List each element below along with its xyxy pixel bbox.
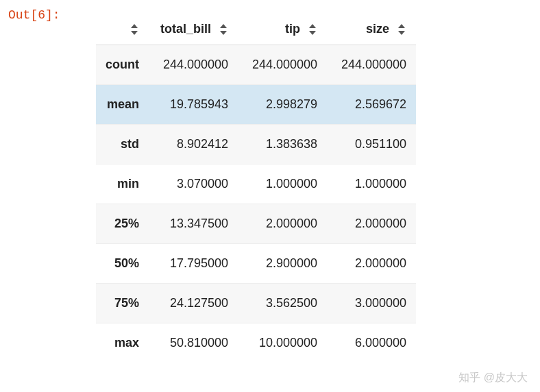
row-label: min <box>96 164 149 204</box>
row-label: 75% <box>96 284 149 323</box>
cell: 10.000000 <box>238 323 327 363</box>
cell: 2.900000 <box>238 244 327 284</box>
cell: 6.000000 <box>327 323 416 363</box>
sort-icon[interactable] <box>219 24 228 35</box>
cell: 244.000000 <box>238 45 327 85</box>
column-header-total_bill[interactable]: total_bill <box>149 12 238 45</box>
cell: 0.951100 <box>327 125 416 164</box>
row-label: count <box>96 45 149 85</box>
column-header-label: total_bill <box>160 22 211 36</box>
cell: 244.000000 <box>327 45 416 85</box>
cell: 1.000000 <box>238 164 327 204</box>
cell: 2.569672 <box>327 85 416 125</box>
row-label: 50% <box>96 244 149 284</box>
row-label: std <box>96 125 149 164</box>
column-header-index[interactable] <box>96 12 149 45</box>
sort-icon[interactable] <box>130 24 139 35</box>
table-row: 50% 17.795000 2.900000 2.000000 <box>96 244 416 284</box>
cell: 3.070000 <box>149 164 238 204</box>
row-label: max <box>96 323 149 363</box>
cell: 2.000000 <box>327 244 416 284</box>
column-header-size[interactable]: size <box>327 12 416 45</box>
cell: 8.902412 <box>149 125 238 164</box>
table-row: 25% 13.347500 2.000000 2.000000 <box>96 204 416 244</box>
table-body: count 244.000000 244.000000 244.000000 m… <box>96 45 416 363</box>
cell: 2.998279 <box>238 85 327 125</box>
cell: 1.383638 <box>238 125 327 164</box>
table-row: max 50.810000 10.000000 6.000000 <box>96 323 416 363</box>
table-row: count 244.000000 244.000000 244.000000 <box>96 45 416 85</box>
cell: 13.347500 <box>149 204 238 244</box>
cell: 3.000000 <box>327 284 416 323</box>
sort-icon[interactable] <box>397 24 406 35</box>
table-row: min 3.070000 1.000000 1.000000 <box>96 164 416 204</box>
cell: 17.795000 <box>149 244 238 284</box>
cell: 2.000000 <box>327 204 416 244</box>
table-header-row: total_bill tip size <box>96 12 416 45</box>
row-label: mean <box>96 85 149 125</box>
column-header-tip[interactable]: tip <box>238 12 327 45</box>
dataframe-table: total_bill tip size count 244.000000 244… <box>96 12 416 363</box>
cell: 19.785943 <box>149 85 238 125</box>
table-row: mean 19.785943 2.998279 2.569672 <box>96 85 416 125</box>
cell: 3.562500 <box>238 284 327 323</box>
cell: 2.000000 <box>238 204 327 244</box>
dataframe-output: total_bill tip size count 244.000000 244… <box>96 12 533 363</box>
row-label: 25% <box>96 204 149 244</box>
table-row: std 8.902412 1.383638 0.951100 <box>96 125 416 164</box>
cell: 50.810000 <box>149 323 238 363</box>
column-header-label: tip <box>285 22 300 36</box>
cell: 244.000000 <box>149 45 238 85</box>
sort-icon[interactable] <box>308 24 317 35</box>
cell: 24.127500 <box>149 284 238 323</box>
cell: 1.000000 <box>327 164 416 204</box>
column-header-label: size <box>366 22 389 36</box>
table-row: 75% 24.127500 3.562500 3.000000 <box>96 284 416 323</box>
output-prompt-label: Out[6]: <box>8 8 60 22</box>
watermark-text: 知乎 @皮大大 <box>458 371 528 385</box>
